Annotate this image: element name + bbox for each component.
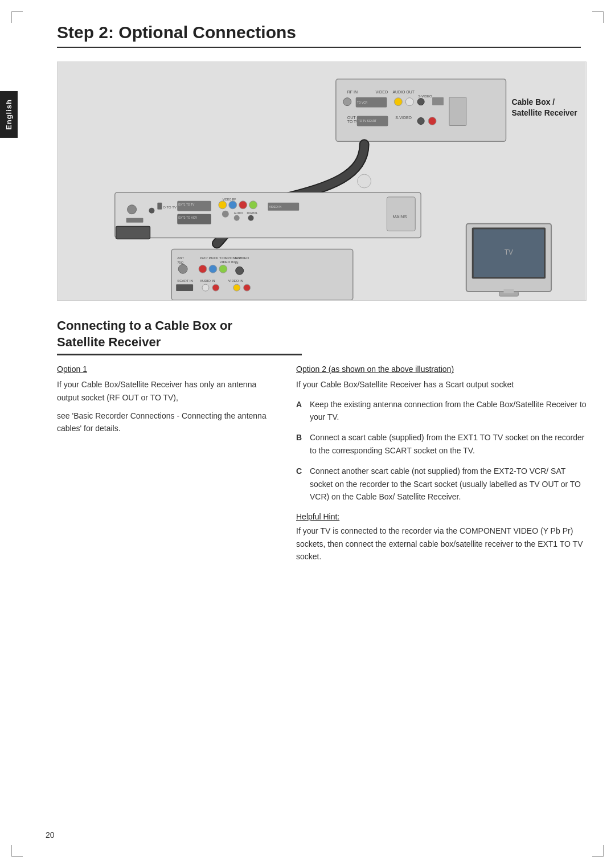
svg-point-65 xyxy=(219,265,227,273)
svg-text:TV: TV xyxy=(505,248,513,256)
svg-text:TO VCR: TO VCR xyxy=(357,101,368,104)
svg-rect-12 xyxy=(432,97,444,105)
svg-text:ANT: ANT xyxy=(177,256,184,260)
svg-point-75 xyxy=(233,284,240,291)
svg-point-9 xyxy=(405,98,413,106)
svg-point-37 xyxy=(239,201,247,209)
page-container: English Step 2: Optional Connections RF … xyxy=(0,0,615,868)
svg-text:SCART IN: SCART IN xyxy=(177,279,193,282)
option1-text: If your Cable Box/Satellite Receiver has… xyxy=(57,378,273,435)
svg-rect-1 xyxy=(336,79,506,141)
svg-point-19 xyxy=(428,117,436,125)
letter-b: B xyxy=(296,431,305,457)
svg-text:S-VIDEO: S-VIDEO xyxy=(395,116,412,120)
option2-intro: If your Cable Box/Satellite Receiver has… xyxy=(296,378,587,391)
svg-point-36 xyxy=(229,201,237,209)
svg-rect-56 xyxy=(171,249,352,300)
helpful-hint: Helpful Hint: If your TV is connected to… xyxy=(296,512,587,563)
svg-text:75Ω: 75Ω xyxy=(177,261,184,264)
svg-point-18 xyxy=(417,118,424,125)
svg-rect-73 xyxy=(176,284,193,291)
svg-point-5 xyxy=(343,98,351,106)
svg-text:VIDEO IN: VIDEO IN xyxy=(269,206,281,208)
svg-point-59 xyxy=(178,264,187,273)
svg-point-26 xyxy=(128,205,137,214)
item-b-text: Connect a scart cable (supplied) from th… xyxy=(310,431,587,457)
svg-point-76 xyxy=(244,284,251,291)
svg-text:DIGITAL: DIGITAL xyxy=(247,212,258,215)
page-title: Step 2: Optional Connections xyxy=(57,23,581,48)
corner-mark-tr xyxy=(592,11,604,23)
svg-text:Pr/Cr Pb/Cb T: Pr/Cr Pb/Cb T xyxy=(200,256,222,260)
svg-point-44 xyxy=(248,215,254,221)
svg-point-42 xyxy=(234,215,240,221)
svg-point-11 xyxy=(417,99,424,105)
svg-text:AUDIO OUT: AUDIO OUT xyxy=(392,90,415,94)
svg-text:IN: IN xyxy=(235,261,239,264)
svg-point-71 xyxy=(212,284,219,291)
svg-text:S-VIDEO: S-VIDEO xyxy=(235,256,249,260)
diagram-container: RF IN VIDEO AUDIO OUT TO VCR S-VIDEO OUT… xyxy=(57,62,587,301)
svg-point-23 xyxy=(358,174,371,188)
svg-point-68 xyxy=(236,267,244,275)
svg-text:AUDIO IN: AUDIO IN xyxy=(200,279,215,282)
helpful-hint-title: Helpful Hint: xyxy=(296,512,587,521)
svg-point-40 xyxy=(222,211,229,218)
svg-rect-25 xyxy=(115,193,421,238)
svg-text:VIDEO IN: VIDEO IN xyxy=(228,279,243,282)
svg-point-70 xyxy=(202,284,209,291)
svg-text:EXT2-TO VCR: EXT2-TO VCR xyxy=(178,216,197,219)
svg-point-64 xyxy=(209,265,217,273)
page-number: 20 xyxy=(46,830,55,840)
svg-point-38 xyxy=(249,201,257,209)
svg-rect-27 xyxy=(126,218,144,223)
svg-rect-20 xyxy=(449,97,466,126)
svg-text:RF IN: RF IN xyxy=(347,90,358,94)
svg-text:VIDEO IN: VIDEO IN xyxy=(220,260,235,264)
svg-point-8 xyxy=(394,98,402,106)
svg-text:MAINS: MAINS xyxy=(392,214,407,219)
svg-rect-55 xyxy=(503,289,514,293)
item-a-text: Keep the existing antenna connection fro… xyxy=(310,398,587,424)
content-columns: Option 1 If your Cable Box/Satellite Rec… xyxy=(57,365,587,563)
letter-a: A xyxy=(296,398,305,424)
col-right: Option 2 (as shown on the above illustra… xyxy=(296,365,587,563)
svg-text:Cable Box /: Cable Box / xyxy=(511,97,555,107)
svg-point-35 xyxy=(219,201,227,209)
svg-text:VIDEO: VIDEO xyxy=(376,90,388,94)
option1-title: Option 1 xyxy=(57,365,273,374)
option2-title: Option 2 (as shown on the above illustra… xyxy=(296,365,587,374)
corner-mark-bl xyxy=(11,845,23,857)
corner-mark-br xyxy=(592,845,604,857)
svg-text:VIDEO RF: VIDEO RF xyxy=(223,198,236,201)
item-c-text: Connect another scart cable (not supplie… xyxy=(310,465,587,503)
lettered-item-a: A Keep the existing antenna connection f… xyxy=(296,398,587,424)
svg-text:TO TV SCART: TO TV SCART xyxy=(358,120,377,122)
svg-text:O TO TV: O TO TV xyxy=(163,206,177,209)
lettered-item-b: B Connect a scart cable (supplied) from … xyxy=(296,431,587,457)
svg-rect-29 xyxy=(157,203,162,210)
lettered-item-c: C Connect another scart cable (not suppl… xyxy=(296,465,587,503)
svg-point-63 xyxy=(199,265,207,273)
english-tab: English xyxy=(0,91,18,138)
diagram-svg: RF IN VIDEO AUDIO OUT TO VCR S-VIDEO OUT… xyxy=(58,62,586,300)
svg-text:S-VIDEO: S-VIDEO xyxy=(418,95,432,98)
section-heading: Connecting to a Cable Box or Satellite R… xyxy=(57,318,302,355)
svg-text:EXT1 TO TV: EXT1 TO TV xyxy=(178,203,195,206)
svg-rect-49 xyxy=(116,227,150,239)
col-left: Option 1 If your Cable Box/Satellite Rec… xyxy=(57,365,273,563)
corner-mark-tl xyxy=(11,11,23,23)
helpful-hint-text: If your TV is connected to the recorder … xyxy=(296,525,587,563)
svg-point-28 xyxy=(149,208,154,214)
svg-text:AUDIO: AUDIO xyxy=(234,212,243,215)
svg-text:OUT: OUT xyxy=(347,116,356,120)
letter-c: C xyxy=(296,465,305,503)
svg-text:Satellite Receiver: Satellite Receiver xyxy=(511,108,577,117)
